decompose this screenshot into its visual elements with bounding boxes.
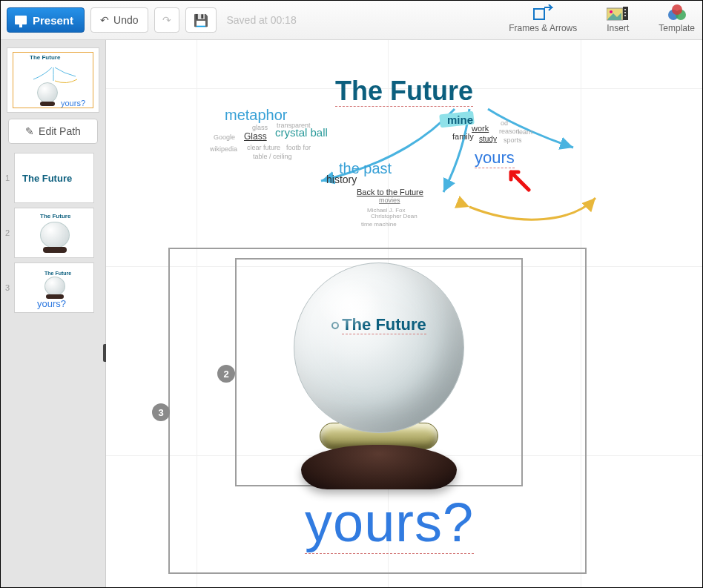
svg-point-6: [624, 15, 626, 16]
insert-label: Insert: [607, 23, 629, 33]
template-label: Template: [659, 23, 695, 33]
edit-path-button[interactable]: ✎ Edit Path: [8, 119, 98, 144]
word-clear[interactable]: clear future: [247, 144, 280, 151]
frames-icon: [509, 4, 577, 23]
thumb-sub: yours?: [37, 298, 66, 309]
svg-rect-0: [534, 9, 544, 19]
word-movies[interactable]: movies: [379, 196, 400, 204]
undo-button[interactable]: ↶ Undo: [90, 7, 148, 33]
thumb-num: 2: [1, 228, 14, 237]
present-button[interactable]: Present: [7, 7, 85, 33]
svg-point-4: [624, 9, 626, 10]
overview-title: The Future: [30, 54, 60, 61]
word-family[interactable]: family: [452, 132, 474, 141]
word-tm[interactable]: time machine: [361, 221, 397, 228]
canvas[interactable]: The Future metaphor crystal ball Glass t…: [106, 40, 702, 587]
path-thumbs: 1 The Future 2 The Future 3 The Future: [1, 153, 105, 313]
word-table[interactable]: table / ceiling: [253, 153, 292, 160]
thumb-label: The Future: [44, 271, 71, 276]
word-google[interactable]: Google: [214, 133, 235, 141]
crystal-ball[interactable]: The Future: [294, 262, 464, 489]
yours-text[interactable]: yours?: [305, 491, 474, 554]
word-learn[interactable]: learn: [518, 128, 532, 136]
thumb-label: The Future: [40, 213, 70, 219]
word-glass2[interactable]: glass: [252, 124, 268, 131]
word-od[interactable]: od: [501, 119, 508, 127]
cursor-arrow-icon: [506, 168, 532, 193]
frames-label: Frames & Arrows: [509, 23, 577, 33]
path-badge-2[interactable]: 2: [217, 365, 235, 383]
word-back[interactable]: Back to the Future: [357, 188, 423, 196]
word-reason[interactable]: reason: [499, 128, 520, 135]
word-history[interactable]: history: [326, 174, 357, 185]
word-glass[interactable]: Glass: [244, 131, 267, 142]
svg-point-5: [624, 12, 626, 13]
word-footb[interactable]: footb for: [286, 144, 311, 151]
canvas-title[interactable]: The Future: [106, 76, 702, 107]
edit-path-label: Edit Path: [39, 125, 81, 137]
insert-icon: [607, 4, 629, 23]
word-char[interactable]: Christopher Dean: [371, 213, 417, 219]
path-thumb[interactable]: 1 The Future: [1, 153, 105, 203]
saved-status: Saved at 00:18: [227, 14, 297, 26]
word-yours[interactable]: yours: [475, 148, 515, 168]
template-icon: [659, 4, 695, 23]
save-icon: 💾: [194, 13, 208, 27]
svg-rect-3: [623, 7, 628, 20]
thumb-num: 3: [1, 283, 14, 292]
top-toolbar: Present ↶ Undo ↷ 💾 Saved at 00:18 Frames…: [1, 1, 702, 40]
ball-title: The Future: [294, 315, 463, 334]
word-sports[interactable]: sports: [504, 136, 522, 144]
present-icon: [15, 16, 27, 24]
template-button[interactable]: Template: [659, 4, 695, 33]
word-transparent[interactable]: transparent: [277, 122, 311, 129]
frames-arrows-button[interactable]: Frames & Arrows: [509, 4, 577, 33]
svg-point-9: [672, 4, 682, 15]
overview-thumb[interactable]: The Future yours?: [7, 47, 99, 113]
thumb-label: The Future: [22, 173, 72, 184]
thumb-num: 1: [1, 174, 14, 182]
path-thumb[interactable]: 3 The Future yours?: [1, 262, 105, 313]
undo-icon: ↶: [100, 14, 109, 26]
present-label: Present: [33, 14, 73, 27]
word-work[interactable]: work: [472, 124, 489, 133]
word-mine[interactable]: mine: [447, 113, 473, 126]
word-wikipedia[interactable]: wikipedia: [210, 145, 237, 153]
undo-label: Undo: [113, 14, 138, 26]
overview-sub: yours?: [61, 99, 85, 108]
path-badge-3[interactable]: 3: [152, 403, 170, 421]
word-study[interactable]: study: [479, 135, 497, 143]
svg-point-2: [610, 10, 613, 13]
path-thumb[interactable]: 2 The Future: [1, 208, 105, 258]
insert-button[interactable]: Insert: [607, 4, 629, 33]
save-button[interactable]: 💾: [185, 7, 217, 33]
sidebar: The Future yours? ✎ Edit Path 1 The Futu…: [1, 40, 106, 587]
redo-button[interactable]: ↷: [154, 7, 179, 33]
redo-icon: ↷: [162, 14, 171, 26]
pencil-icon: ✎: [25, 125, 34, 137]
